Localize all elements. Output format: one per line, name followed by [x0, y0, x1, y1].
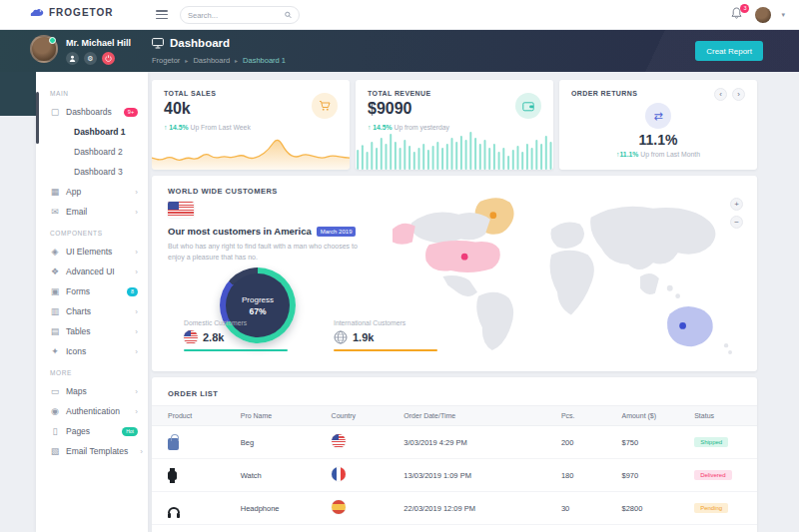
- create-report-button[interactable]: Creat Report: [695, 41, 763, 61]
- user-avatar[interactable]: [755, 7, 771, 23]
- sidebar-item-app[interactable]: ▦ App ›: [36, 182, 148, 202]
- card-label: ORDER RETURNS: [571, 90, 637, 97]
- sidebar-item-ui-elements[interactable]: ◈ UI Elements ›: [36, 242, 148, 262]
- table-row: Headphone 22/03/2019 12:09 PM 30 $2800 P…: [152, 492, 757, 525]
- chevron-right-icon: ›: [135, 407, 138, 416]
- world-map: [380, 190, 745, 359]
- monitor-icon: [152, 38, 164, 49]
- menu-toggle-icon[interactable]: [156, 10, 168, 21]
- sidebar-item-maps[interactable]: ▭ Maps ›: [36, 381, 148, 401]
- sidebar-item-dashboard-2[interactable]: Dashboard 2: [36, 142, 148, 162]
- table-row: Watch 13/03/2019 1:09 PM 180 $970 Delive…: [152, 459, 757, 492]
- sidebar-item-advanced-ui[interactable]: ❖ Advanced UI ›: [36, 262, 148, 281]
- map-marker-australia[interactable]: [679, 322, 686, 329]
- sidebar-section-more: MORE: [50, 369, 148, 376]
- us-flag-icon: [168, 202, 194, 218]
- map-zoom-in-button[interactable]: +: [730, 198, 743, 211]
- section-title: WORLD WIDE CUSTOMERS: [168, 187, 278, 196]
- ui-elements-icon: ◈: [50, 247, 60, 257]
- spain-flag-icon: [332, 500, 346, 514]
- domestic-underline-bar: [184, 349, 288, 351]
- sidebar-item-dashboards[interactable]: ▢ Dashboards 9+: [36, 102, 148, 122]
- chevron-right-icon: ›: [135, 208, 138, 217]
- exchange-icon-circle: ⇄: [645, 103, 671, 129]
- page-title: Dashboard: [170, 37, 230, 49]
- top-navbar: FROGETOR 3 ▾: [0, 0, 799, 30]
- map-mexico[interactable]: [442, 275, 477, 296]
- revenue-bar-chart: [356, 126, 553, 170]
- pages-icon: ▯: [50, 426, 60, 436]
- us-flag-icon: [332, 434, 346, 448]
- map-marker-greenland[interactable]: [489, 212, 496, 219]
- map-marker-us[interactable]: [461, 254, 468, 261]
- profile-avatar[interactable]: [30, 35, 58, 63]
- map-asia[interactable]: [590, 207, 715, 269]
- world-map-svg: [380, 190, 745, 359]
- gear-icon: ⚙: [87, 55, 93, 63]
- sidebar-item-pages[interactable]: ▯ Pages Hot: [36, 421, 148, 441]
- breadcrumb-dashboard[interactable]: Dashboard: [193, 56, 230, 65]
- breadcrumb-current: Dashboard 1: [243, 56, 286, 65]
- map-india[interactable]: [640, 273, 659, 294]
- breadcrumb: Frogetor ▸ Dashboard ▸ Dashboard 1: [152, 56, 286, 65]
- sidebar-section-components: COMPONENTS: [50, 230, 148, 237]
- brand-name: FROGETOR: [49, 7, 113, 18]
- sidebar-item-charts[interactable]: ▥ Charts ›: [36, 301, 148, 321]
- france-flag-icon: [332, 467, 346, 481]
- map-canada[interactable]: [411, 213, 490, 244]
- lock-icon: ◉: [50, 406, 60, 416]
- header-left-extension: [0, 72, 36, 116]
- up-arrow-icon: ↑: [164, 124, 167, 131]
- sidebar-item-email-templates[interactable]: ▧ Email Templates ›: [36, 441, 148, 461]
- map-zoom-out-button[interactable]: −: [730, 216, 743, 229]
- sidebar-item-icons[interactable]: ✦ Icons ›: [36, 341, 148, 361]
- user-icon: [69, 55, 76, 62]
- sidebar-item-authentication[interactable]: ◉ Authentication ›: [36, 401, 148, 421]
- map-europe[interactable]: [550, 223, 584, 250]
- map-alaska[interactable]: [393, 224, 415, 245]
- map-africa[interactable]: [550, 251, 594, 315]
- chevron-down-icon[interactable]: ▾: [781, 11, 785, 19]
- us-flag-round-icon: [184, 330, 198, 344]
- wallet-icon-circle: [515, 93, 541, 119]
- total-sales-card: TOTAL SALES 40k ↑ 14.5% Up From Last Wee…: [152, 80, 350, 170]
- notification-count-badge: 3: [740, 4, 749, 13]
- order-list-card: ORDER LIST Product Pro Name Country Orde…: [152, 377, 757, 532]
- settings-button[interactable]: ⚙: [84, 52, 97, 65]
- sidebar: MAIN ▢ Dashboards 9+ Dashboard 1 Dashboa…: [36, 72, 148, 532]
- sidebar-item-forms[interactable]: ▣ Forms 8: [36, 281, 148, 301]
- sidebar-item-dashboard-3[interactable]: Dashboard 3: [36, 162, 148, 182]
- map-australia[interactable]: [667, 306, 713, 346]
- card-label: TOTAL REVENUE: [368, 90, 431, 97]
- table-header-row: Product Pro Name Country Order Date/Time…: [152, 406, 757, 426]
- map-south-america[interactable]: [476, 292, 513, 350]
- page-header: Mr. Michael Hill ⚙ Dashboard: [0, 30, 799, 72]
- progress-value: 67%: [249, 306, 266, 316]
- breadcrumb-home[interactable]: Frogetor: [152, 56, 180, 65]
- exchange-arrows-icon: ⇄: [653, 110, 662, 123]
- sidebar-item-tables[interactable]: ▤ Tables ›: [36, 321, 148, 341]
- table-row: Purse 14/03/2019 8:27 PM 100 $520 Shippe…: [152, 525, 757, 532]
- advanced-ui-icon: ❖: [50, 266, 60, 276]
- search-icon[interactable]: [285, 11, 292, 19]
- logout-button[interactable]: [102, 52, 115, 65]
- search-input[interactable]: [188, 11, 285, 20]
- returns-prev-button[interactable]: ‹: [714, 88, 727, 101]
- dashboard-icon: ▢: [50, 107, 60, 117]
- sidebar-item-dashboard-1[interactable]: Dashboard 1: [36, 122, 148, 142]
- chevron-right-icon: ›: [135, 307, 138, 316]
- headphone-product-icon: [168, 507, 180, 513]
- globe-icon: [334, 330, 348, 344]
- sidebar-scrollbar[interactable]: [36, 92, 39, 144]
- maps-icon: ▭: [50, 386, 60, 396]
- notifications-button[interactable]: 3: [731, 7, 745, 23]
- profile-button[interactable]: [66, 52, 79, 65]
- charts-icon: ▥: [50, 306, 60, 316]
- chevron-right-icon: ›: [140, 447, 143, 456]
- total-sales-value: 40k: [164, 100, 191, 118]
- brand-logo[interactable]: FROGETOR: [30, 7, 113, 18]
- sidebar-item-email[interactable]: ✉ Email ›: [36, 202, 148, 222]
- returns-next-button[interactable]: ›: [732, 88, 745, 101]
- date-badge: March 2019: [317, 227, 357, 237]
- chevron-right-icon: ›: [135, 188, 138, 197]
